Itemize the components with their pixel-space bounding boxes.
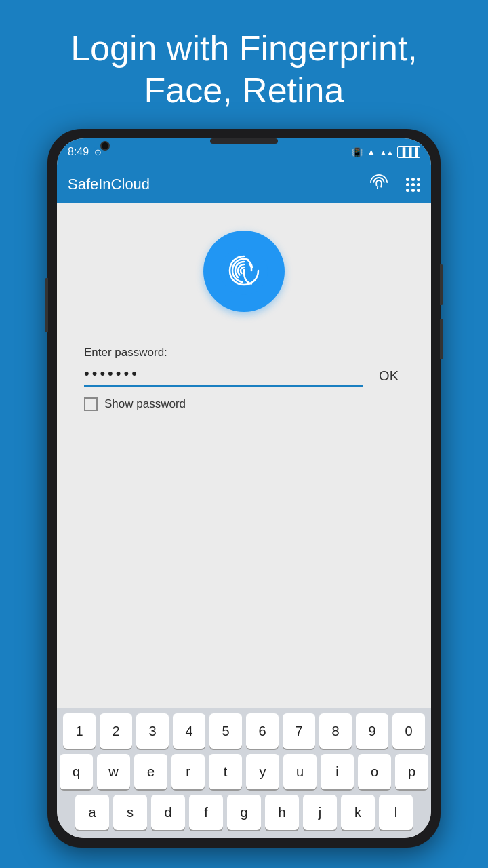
keyboard-q-row: q w e r t y u i o p xyxy=(60,754,428,789)
keyboard-number-row: 1 2 3 4 5 6 7 8 9 0 xyxy=(60,713,428,749)
volume-up-button xyxy=(45,278,48,332)
password-row: OK xyxy=(84,365,404,387)
key-r[interactable]: r xyxy=(171,754,205,789)
key-y[interactable]: y xyxy=(246,754,279,789)
phone-speaker xyxy=(210,138,278,144)
volume-down-button xyxy=(440,319,443,359)
key-p[interactable]: p xyxy=(395,754,428,789)
key-j[interactable]: j xyxy=(303,795,337,830)
app-bar-actions xyxy=(368,172,420,197)
key-k[interactable]: k xyxy=(341,795,375,830)
password-input-container xyxy=(84,365,363,387)
key-3[interactable]: 3 xyxy=(136,713,169,749)
ok-button[interactable]: OK xyxy=(373,366,404,387)
battery-icon: ▐▐▐ xyxy=(397,146,420,158)
fingerprint-login-button[interactable] xyxy=(203,231,285,312)
key-l[interactable]: l xyxy=(379,795,413,830)
fingerprint-icon[interactable] xyxy=(368,172,390,197)
key-s[interactable]: s xyxy=(113,795,147,830)
hero-title-line2: Face, Retina xyxy=(144,71,344,110)
status-time-area: 8:49 ⊙ xyxy=(68,146,102,158)
power-button xyxy=(440,264,443,305)
password-input[interactable] xyxy=(84,365,363,382)
app-title: SafeInCloud xyxy=(68,176,368,193)
hero-title-line1: Login with Fingerprint, xyxy=(70,28,418,68)
key-o[interactable]: o xyxy=(358,754,391,789)
wifi-icon: ▲ xyxy=(367,146,376,157)
key-e[interactable]: e xyxy=(134,754,167,789)
vibrate-icon: 📳 xyxy=(352,147,363,157)
status-icons-area: 📳 ▲ ▲▲ ▐▐▐ xyxy=(352,146,420,158)
show-password-checkbox[interactable] xyxy=(84,397,98,411)
key-6[interactable]: 6 xyxy=(246,713,279,749)
key-8[interactable]: 8 xyxy=(319,713,352,749)
key-f[interactable]: f xyxy=(189,795,223,830)
key-u[interactable]: u xyxy=(283,754,317,789)
show-password-label: Show password xyxy=(104,397,186,411)
key-2[interactable]: 2 xyxy=(100,713,132,749)
key-d[interactable]: d xyxy=(151,795,185,830)
key-g[interactable]: g xyxy=(227,795,261,830)
key-1[interactable]: 1 xyxy=(63,713,96,749)
key-h[interactable]: h xyxy=(265,795,299,830)
password-label: Enter password: xyxy=(84,346,404,359)
key-0[interactable]: 0 xyxy=(392,713,425,749)
key-5[interactable]: 5 xyxy=(209,713,242,749)
time-display: 8:49 xyxy=(68,146,89,158)
app-bar: SafeInCloud xyxy=(57,165,431,203)
show-password-row: Show password xyxy=(84,397,404,411)
phone-frame: 8:49 ⊙ 📳 ▲ ▲▲ ▐▐▐ SafeInCloud xyxy=(47,129,441,848)
keyboard-a-row: a s d f g h j k l xyxy=(60,795,428,830)
password-section: Enter password: OK Show password xyxy=(73,346,415,411)
key-9[interactable]: 9 xyxy=(356,713,388,749)
location-icon: ⊙ xyxy=(94,147,102,157)
key-7[interactable]: 7 xyxy=(283,713,315,749)
key-i[interactable]: i xyxy=(321,754,354,789)
key-q[interactable]: q xyxy=(60,754,93,789)
key-a[interactable]: a xyxy=(75,795,109,830)
signal-icon: ▲▲ xyxy=(380,149,394,156)
hero-title: Login with Fingerprint, Face, Retina xyxy=(0,0,488,125)
key-w[interactable]: w xyxy=(97,754,130,789)
grid-icon[interactable] xyxy=(406,178,420,192)
content-area: Enter password: OK Show password xyxy=(57,203,431,708)
phone-screen: 8:49 ⊙ 📳 ▲ ▲▲ ▐▐▐ SafeInCloud xyxy=(57,138,431,838)
key-t[interactable]: t xyxy=(209,754,242,789)
key-4[interactable]: 4 xyxy=(173,713,205,749)
keyboard: 1 2 3 4 5 6 7 8 9 0 q w e r t y u i xyxy=(57,708,431,838)
